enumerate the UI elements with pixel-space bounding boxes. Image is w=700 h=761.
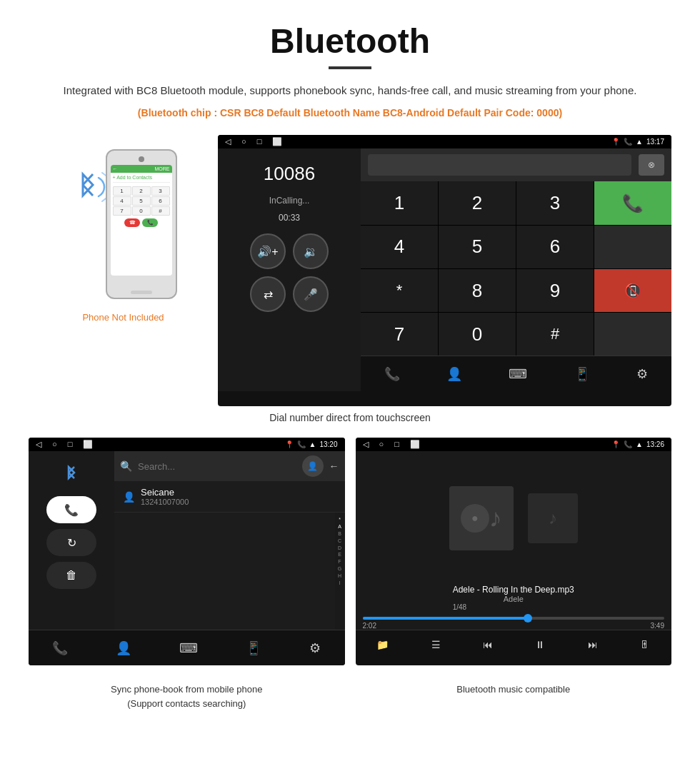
dialer-tab-contacts[interactable]: 👤 <box>446 366 462 382</box>
phone-camera <box>139 156 144 162</box>
pb-search-input[interactable] <box>138 461 296 472</box>
pb-tab-settings[interactable]: ⚙ <box>309 640 321 656</box>
pb-call-icon-btn[interactable]: 📞 <box>46 496 96 523</box>
dialer-time: 13:17 <box>646 138 664 146</box>
key-2[interactable]: 2 <box>439 181 516 224</box>
phone-call-row: ☎ 📞 <box>113 218 170 227</box>
pb-contact-item[interactable]: 👤 Seicane 13241007000 <box>114 481 345 513</box>
dialer-number: 10086 <box>264 163 315 185</box>
dialer-body: 10086 InCalling... 00:33 🔊+ 🔉 ⇄ <box>218 148 671 391</box>
phonebook-main: 🔍 👤 ← 👤 Seicane 13241007000 <box>114 451 345 630</box>
key-star[interactable]: * <box>361 269 438 312</box>
phonebook-bottom-bar: 📞 👤 ⌨ 📱 ⚙ <box>29 630 345 665</box>
pb-signal-icon: ▲ <box>309 440 316 448</box>
dialer-bottom-bar: 📞 👤 ⌨ 📱 ⚙ <box>361 356 671 391</box>
bottom-section: ◁ ○ □ ⬜ 📍 📞 ▲ 13:20 <box>29 438 671 665</box>
mic-btn[interactable]: 🎤 <box>293 276 329 312</box>
music-equalizer-btn[interactable]: 🎚 <box>640 639 650 650</box>
key-call-btn[interactable]: 📞 <box>594 181 671 224</box>
pb-delete-icon-btn[interactable]: 🗑 <box>46 562 96 589</box>
pb-letter-f: F <box>338 558 341 565</box>
back-icon: ◁ <box>225 137 231 146</box>
backspace-icon: ⊗ <box>648 160 655 170</box>
phone-key-2: 2 <box>132 186 151 196</box>
key-3[interactable]: 3 <box>516 181 594 224</box>
pb-tab-dialpad[interactable]: ⌨ <box>179 640 198 656</box>
music-progress-fill <box>363 617 529 620</box>
key-4[interactable]: 4 <box>361 226 438 268</box>
dialer-controls-row1: 🔊+ 🔉 <box>250 233 329 269</box>
dialer-caption: Dial number direct from touchscreen <box>29 412 671 423</box>
key-end-call-btn[interactable]: 📵 <box>594 269 671 312</box>
dialer-tab-device[interactable]: 📱 <box>574 366 590 382</box>
music-signal-icon: ▲ <box>636 440 643 448</box>
key-1[interactable]: 1 <box>361 181 438 224</box>
phone-key-9: # <box>151 206 170 216</box>
phonebook-caption-container: Sync phone-book from mobile phone (Suppo… <box>29 677 345 710</box>
phone-screen-top: ←MORE <box>111 165 172 173</box>
pb-sync-icon-btn[interactable]: ↻ <box>46 529 96 556</box>
pb-home-icon: ○ <box>52 440 57 449</box>
status-nav-music: ◁ ○ □ ⬜ <box>363 440 420 449</box>
phone-bottom-bar <box>131 291 152 294</box>
music-play-pause-btn[interactable]: ⏸ <box>535 639 545 650</box>
bluetooth-chip-info: (Bluetooth chip : CSR BC8 Default Blueto… <box>29 105 671 121</box>
dialer-tab-dialpad[interactable]: ⌨ <box>509 366 527 382</box>
music-next-btn[interactable]: ⏭ <box>588 639 598 650</box>
phonebook-sidebar: 📞 ↻ 🗑 <box>29 451 114 630</box>
pb-search-icon: 🔍 <box>120 460 132 472</box>
music-album-art-small: ♪ <box>528 493 578 543</box>
pb-alphabet-index: * A B C D E F G H I <box>335 513 345 630</box>
phone-divider <box>113 182 170 184</box>
music-time-current: 2:02 <box>363 622 376 630</box>
phone-key-5: 5 <box>132 196 151 206</box>
pb-location-icon: 📍 <box>285 440 294 448</box>
dialer-tab-calls[interactable]: 📞 <box>384 366 400 382</box>
pb-contact-icon: 👤 <box>123 491 135 503</box>
status-nav-dialer: ◁ ○ □ ⬜ <box>225 137 282 146</box>
volume-up-icon: 🔊+ <box>257 245 278 258</box>
pb-back-arrow[interactable]: ← <box>329 460 339 472</box>
pb-spacer <box>114 513 335 630</box>
music-album-area: ● ♪ ♪ <box>356 451 672 585</box>
pb-sync-symbol: ↻ <box>67 536 76 550</box>
pb-tab-device[interactable]: 📱 <box>246 640 261 656</box>
page-wrapper: Bluetooth Integrated with BC8 Bluetooth … <box>0 0 700 737</box>
pb-contact-details: Seicane 13241007000 <box>141 487 189 506</box>
key-6[interactable]: 6 <box>516 226 594 268</box>
music-time: 13:26 <box>646 440 664 448</box>
dialer-backspace-btn[interactable]: ⊗ <box>639 154 664 176</box>
key-0-asterisk[interactable] <box>594 226 671 268</box>
pb-tab-contacts[interactable]: 👤 <box>116 640 131 656</box>
music-song-title: Adele - Rolling In the Deep.mp3 <box>453 585 574 595</box>
phone-key-1: 1 <box>113 186 131 196</box>
android-status-bar-dialer: ◁ ○ □ ⬜ 📍 📞 ▲ 13:17 <box>218 135 671 148</box>
key-0[interactable]: 0 <box>439 313 516 356</box>
music-artist: Adele <box>453 595 574 603</box>
key-hash[interactable]: # <box>516 313 594 356</box>
dialer-tab-settings[interactable]: ⚙ <box>636 366 648 382</box>
music-list-btn[interactable]: ☰ <box>431 639 441 650</box>
key-8[interactable]: 8 <box>439 269 516 312</box>
pb-letter-a: A <box>338 523 341 530</box>
phone-not-included-label: Phone Not Included <box>82 312 164 323</box>
volume-down-icon: 🔉 <box>304 245 318 258</box>
key-7[interactable]: 7 <box>361 313 438 356</box>
pb-contact-number: 13241007000 <box>141 498 189 506</box>
music-record-icon: ● <box>471 512 479 525</box>
music-controls-bar: 📁 ☰ ⏮ ⏸ ⏭ 🎚 <box>356 630 672 658</box>
phonebook-caption-line2: (Support contacts searching) <box>127 698 246 709</box>
pb-contact-name: Seicane <box>141 487 189 498</box>
volume-down-btn[interactable]: 🔉 <box>293 233 329 269</box>
key-5[interactable]: 5 <box>439 226 516 268</box>
music-prev-btn[interactable]: ⏮ <box>483 639 493 650</box>
dialer-right-panel: ⊗ 1 2 3 📞 4 5 6 * <box>361 148 671 391</box>
pb-tab-calls[interactable]: 📞 <box>52 640 68 656</box>
pb-letter-star: * <box>339 516 341 523</box>
key-9[interactable]: 9 <box>516 269 594 312</box>
volume-up-btn[interactable]: 🔊+ <box>250 233 286 269</box>
android-status-bar-phonebook: ◁ ○ □ ⬜ 📍 📞 ▲ 13:20 <box>29 438 345 451</box>
transfer-btn[interactable]: ⇄ <box>250 276 286 312</box>
music-folder-btn[interactable]: 📁 <box>376 639 389 650</box>
phone-illustration: ←MORE + Add to Contacts 1 2 3 4 5 <box>63 149 184 306</box>
